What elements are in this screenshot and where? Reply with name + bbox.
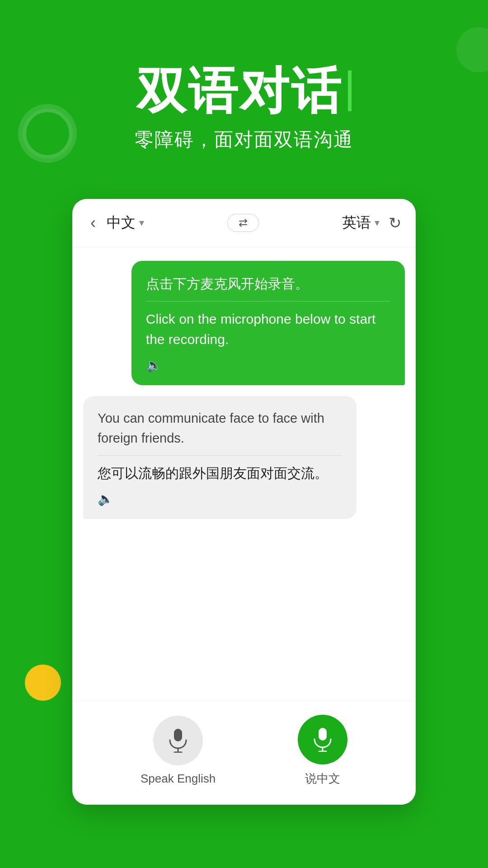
lang-right-label: 英语 (342, 213, 371, 233)
mic-area: Speak English 说中文 (72, 701, 416, 805)
header: 双语对话 零障碍，面对面双语沟通 (0, 63, 488, 152)
bubble-left-english: You can communicate face to face with fo… (98, 409, 342, 448)
main-title: 双语对话 (0, 63, 488, 118)
bubble-divider-left (98, 455, 342, 456)
audio-icon-left[interactable]: 🔈 (98, 491, 342, 506)
bubble-left: You can communicate face to face with fo… (83, 396, 357, 519)
lang-left-label: 中文 (107, 213, 136, 233)
lang-left-chevron: ▾ (139, 217, 144, 229)
mic-circle-english (153, 716, 203, 765)
swap-container: ⇄ (144, 214, 342, 232)
lang-right-chevron: ▾ (375, 217, 380, 229)
refresh-button[interactable]: ↻ (389, 214, 401, 232)
mic-button-english[interactable]: Speak English (141, 716, 216, 786)
main-card: ‹ 中文 ▾ ⇄ 英语 ▾ ↻ 点击下方麦克风开始录音。 Click on th… (72, 199, 416, 805)
chat-area: 点击下方麦克风开始录音。 Click on the microphone bel… (72, 247, 416, 701)
mic-button-chinese[interactable]: 说中文 (298, 715, 347, 787)
lang-left-selector[interactable]: 中文 ▾ (107, 213, 144, 233)
swap-button[interactable]: ⇄ (227, 214, 259, 232)
audio-icon-right[interactable]: 🔈 (146, 358, 390, 373)
mic-label-chinese: 说中文 (305, 771, 340, 787)
svg-rect-0 (174, 729, 182, 741)
decorative-dot-yellow (25, 665, 61, 701)
bubble-right-chinese: 点击下方麦克风开始录音。 (146, 274, 390, 294)
bubble-right-english: Click on the microphone below to start t… (146, 309, 390, 349)
bubble-right: 点击下方麦克风开始录音。 Click on the microphone bel… (131, 261, 405, 385)
svg-rect-3 (319, 728, 327, 741)
bubble-divider-right (146, 301, 390, 302)
lang-right-selector[interactable]: 英语 ▾ (342, 213, 380, 233)
back-button[interactable]: ‹ (87, 212, 99, 234)
mic-label-english: Speak English (141, 772, 216, 786)
mic-icon-english (168, 728, 188, 753)
subtitle: 零障碍，面对面双语沟通 (0, 127, 488, 152)
mic-icon-chinese (313, 727, 333, 752)
main-title-text: 双语对话 (136, 63, 343, 118)
mic-circle-chinese (298, 715, 347, 764)
title-cursor (348, 71, 352, 111)
bubble-left-chinese: 您可以流畅的跟外国朋友面对面交流。 (98, 463, 342, 483)
card-topbar: ‹ 中文 ▾ ⇄ 英语 ▾ ↻ (72, 199, 416, 247)
